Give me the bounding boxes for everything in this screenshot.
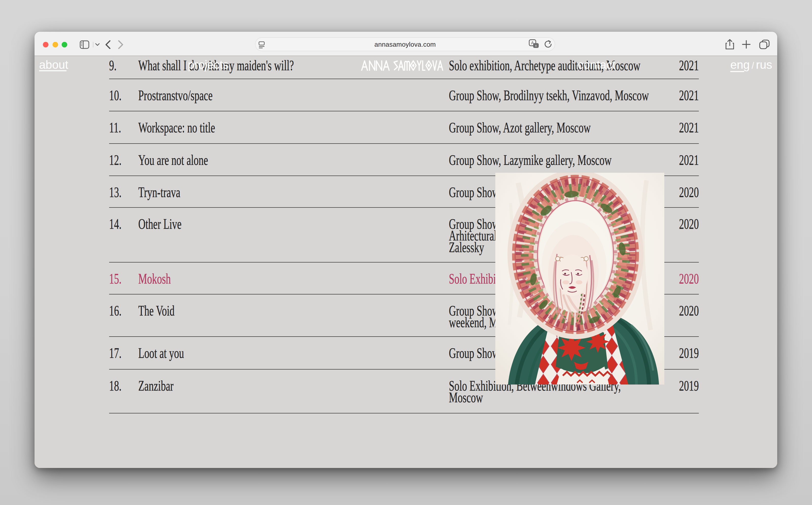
svg-text:x: x	[535, 44, 537, 47]
